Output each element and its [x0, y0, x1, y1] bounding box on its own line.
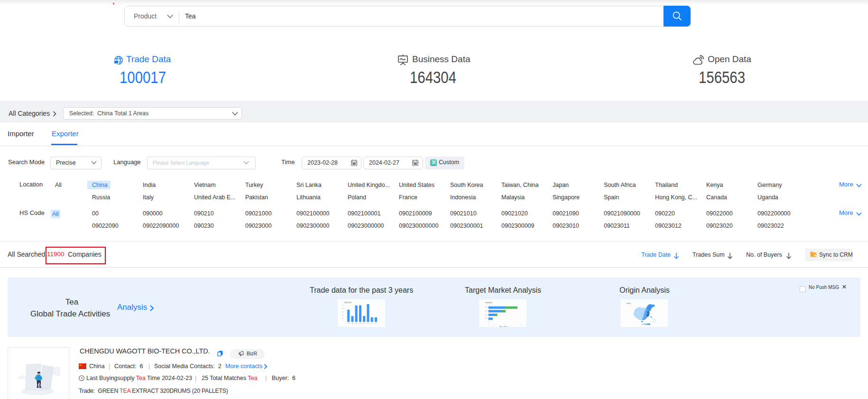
- svg-text:SPUS: SPUS: [627, 303, 631, 305]
- svg-text:Sum(KG): Sum(KG): [485, 302, 492, 304]
- svg-text:1000/2022: 1000/2022: [344, 302, 352, 304]
